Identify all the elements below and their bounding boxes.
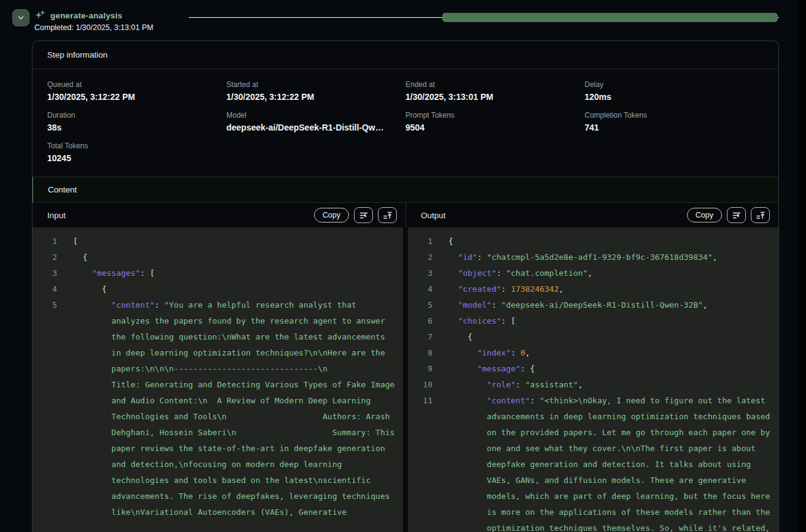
step-information-grid: Queued at 1/30/2025, 3:12:22 PM Started … bbox=[33, 69, 778, 177]
io-header-row: Input Copy Output Copy bbox=[33, 203, 778, 227]
line-number: 6 bbox=[416, 313, 432, 329]
line-number: 4 bbox=[416, 281, 432, 297]
input-panel-header: Input Copy bbox=[33, 203, 405, 227]
sparkles-icon bbox=[34, 10, 45, 21]
step-information-title: Step information bbox=[47, 50, 107, 59]
copy-output-button[interactable]: Copy bbox=[687, 208, 722, 222]
code-line: 10"role": "assistant", bbox=[416, 377, 771, 393]
field-completion-tokens: Completion Tokens 741 bbox=[585, 111, 764, 132]
line-number: 5 bbox=[41, 297, 57, 313]
code-line: 3"messages": [ bbox=[41, 265, 396, 281]
code-line: 2"id": "chatcmpl-5a5d2e8e-adf1-9329-bf9c… bbox=[416, 249, 771, 265]
line-number: 1 bbox=[41, 234, 57, 249]
code-line: 2{ bbox=[41, 249, 396, 265]
wrap-text-icon-button[interactable] bbox=[354, 207, 373, 223]
line-number: 10 bbox=[416, 377, 432, 393]
input-code-panel[interactable]: 1[2{3"messages": [4{5"content": "You are… bbox=[33, 227, 403, 532]
code-line: 8"index": 0, bbox=[416, 345, 771, 361]
step-title: generate-analysis bbox=[50, 11, 122, 20]
copy-input-button[interactable]: Copy bbox=[314, 208, 349, 222]
scroll-top-icon-button[interactable] bbox=[751, 207, 770, 223]
line-number: 7 bbox=[416, 329, 432, 345]
scroll-top-icon bbox=[383, 210, 393, 220]
code-text: "content": "<think>\nOkay, I need to fig… bbox=[448, 393, 771, 532]
line-number: 9 bbox=[416, 361, 432, 377]
field-total-tokens: Total Tokens 10245 bbox=[47, 142, 226, 163]
line-number: 1 bbox=[416, 234, 432, 249]
wrap-text-icon bbox=[732, 210, 742, 220]
code-line: 6"choices": [ bbox=[416, 313, 771, 329]
line-number: 3 bbox=[41, 265, 57, 281]
line-number: 11 bbox=[416, 393, 432, 409]
window-scrollbar-track[interactable] bbox=[799, 0, 806, 532]
field-duration: Duration 38s bbox=[47, 111, 226, 132]
field-model: Model deepseek-ai/DeepSeek-R1-Distill-Qw… bbox=[226, 111, 405, 132]
code-text: "index": 0, bbox=[448, 345, 771, 361]
timeline-span-bar[interactable] bbox=[442, 13, 778, 22]
code-text: "message": { bbox=[448, 361, 771, 377]
line-number: 5 bbox=[416, 297, 432, 313]
line-number: 4 bbox=[41, 281, 57, 297]
field-prompt-tokens: Prompt Tokens 9504 bbox=[405, 111, 585, 132]
code-text: { bbox=[448, 329, 771, 345]
field-started-at: Started at 1/30/2025, 3:12:22 PM bbox=[226, 80, 405, 102]
input-panel-title: Input bbox=[47, 211, 309, 220]
content-section-header[interactable]: Content bbox=[32, 177, 778, 203]
chevron-down-icon bbox=[17, 13, 25, 22]
scroll-top-icon-button[interactable] bbox=[378, 207, 397, 223]
wrap-text-icon bbox=[359, 210, 369, 220]
code-text: "content": "You are a helpful research a… bbox=[73, 297, 396, 520]
code-line: 7{ bbox=[416, 329, 771, 345]
line-number: 2 bbox=[416, 249, 432, 265]
code-text: [ bbox=[73, 234, 396, 249]
code-line: 1[ bbox=[41, 234, 396, 249]
code-panels: 1[2{3"messages": [4{5"content": "You are… bbox=[33, 227, 778, 532]
code-text: "role": "assistant", bbox=[448, 377, 771, 393]
step-header: generate-analysis Completed: 1/30/2025, … bbox=[34, 10, 153, 32]
field-queued-at: Queued at 1/30/2025, 3:12:22 PM bbox=[47, 80, 226, 102]
step-completed-timestamp: Completed: 1/30/2025, 3:13:01 PM bbox=[34, 23, 153, 32]
code-text: "model": "deepseek-ai/DeepSeek-R1-Distil… bbox=[448, 297, 771, 313]
code-text: "created": 1738246342, bbox=[448, 281, 771, 297]
field-ended-at: Ended at 1/30/2025, 3:13:01 PM bbox=[405, 80, 585, 102]
code-line: 3"object": "chat.completion", bbox=[416, 265, 771, 281]
code-text: "choices": [ bbox=[448, 313, 771, 329]
code-text: { bbox=[73, 281, 396, 297]
code-line: 4"created": 1738246342, bbox=[416, 281, 771, 297]
output-panel-title: Output bbox=[421, 211, 682, 220]
code-text: "id": "chatcmpl-5a5d2e8e-adf1-9329-bf9c-… bbox=[448, 249, 771, 265]
line-number: 3 bbox=[416, 265, 432, 281]
output-code-panel[interactable]: 1{2"id": "chatcmpl-5a5d2e8e-adf1-9329-bf… bbox=[408, 227, 778, 532]
code-text: { bbox=[73, 249, 396, 265]
code-text: "object": "chat.completion", bbox=[448, 265, 771, 281]
code-text: "messages": [ bbox=[73, 265, 396, 281]
code-line: 5"content": "You are a helpful research … bbox=[41, 297, 396, 520]
step-details-card: Step information Queued at 1/30/2025, 3:… bbox=[32, 40, 779, 532]
line-number: 8 bbox=[416, 345, 432, 361]
code-line: 9"message": { bbox=[416, 361, 771, 377]
code-text: { bbox=[448, 234, 771, 249]
step-information-header: Step information bbox=[33, 41, 778, 69]
wrap-text-icon-button[interactable] bbox=[727, 207, 746, 223]
code-line: 1{ bbox=[416, 234, 771, 249]
code-line: 4{ bbox=[41, 281, 396, 297]
code-line: 5"model": "deepseek-ai/DeepSeek-R1-Disti… bbox=[416, 297, 771, 313]
output-panel-header: Output Copy bbox=[405, 203, 778, 227]
field-delay: Delay 120ms bbox=[585, 80, 764, 102]
line-number: 2 bbox=[41, 249, 57, 265]
scroll-top-icon bbox=[756, 210, 766, 220]
code-line: 11"content": "<think>\nOkay, I need to f… bbox=[416, 393, 771, 532]
content-title: Content bbox=[48, 185, 77, 194]
collapse-step-button[interactable] bbox=[12, 9, 29, 26]
